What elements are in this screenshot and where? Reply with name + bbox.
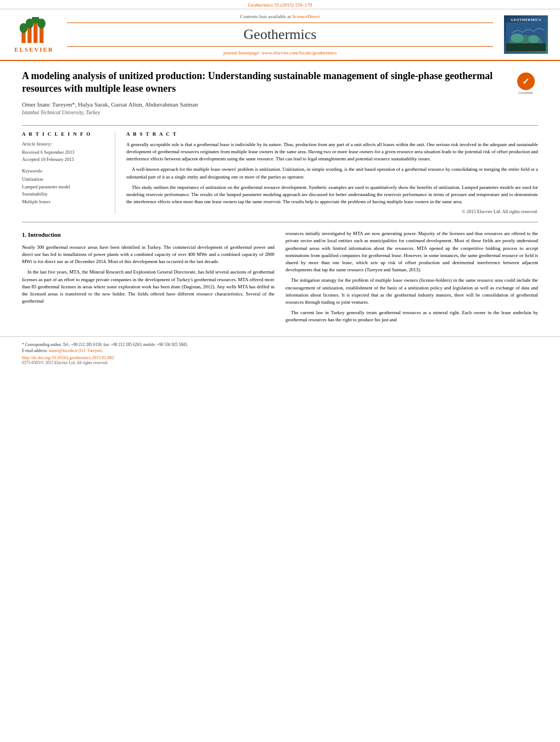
article-title-section: A modeling analysis of unitized producti…: [22, 70, 538, 120]
article-authors: Omer Inanc Tureyen*, Hulya Sarak, Gursat…: [22, 101, 508, 108]
received-date: Received 6 September 2013: [22, 149, 108, 156]
abstract-para-2: A well-known approach for the multiple l…: [126, 166, 538, 180]
copyright-line: © 2015 Elsevier Ltd. All rights reserved…: [126, 209, 538, 214]
crossmark-icon: ✓: [517, 72, 535, 90]
body-right-para-2: The mitigation strategy for the problem …: [285, 277, 538, 306]
keyword-3: Sustainability: [22, 191, 108, 198]
abstract-col: A B S T R A C T A generally acceptable r…: [126, 131, 538, 215]
email-value[interactable]: inanct@itu.edu.tr (O.I. Tureyen).: [49, 348, 103, 353]
section1-title: 1. Introduction: [22, 230, 275, 239]
history-label: Article history:: [22, 141, 108, 147]
journal-header: ELSEVIER Contents lists available at Sci…: [0, 9, 560, 61]
accepted-date: Accepted 10 February 2015: [22, 156, 108, 163]
abstract-para-1: A generally acceptable rule is that a ge…: [126, 141, 538, 163]
sciencedirect-text: Contents lists available at ScienceDirec…: [240, 14, 320, 19]
abstract-text: A generally acceptable rule is that a ge…: [126, 141, 538, 206]
badge-image: [506, 23, 546, 51]
svg-rect-2: [33, 22, 37, 43]
keywords-label: Keywords:: [22, 168, 108, 174]
body-right-para-1: resources initially investigated by MTA …: [285, 230, 538, 274]
section1-number: 1.: [22, 231, 26, 238]
authors-text: Omer Inanc Tureyen*, Hulya Sarak, Gursat…: [22, 101, 198, 108]
contents-label: Contents lists available at: [240, 14, 291, 19]
svg-rect-12: [506, 43, 546, 51]
sciencedirect-link[interactable]: ScienceDirect: [292, 14, 320, 19]
article-info-col: A R T I C L E I N F O Article history: R…: [22, 131, 115, 215]
footnote-author: * Corresponding author. Tel.: +90 212 28…: [22, 342, 538, 347]
abstract-para-3: This study outlines the importance of un…: [126, 184, 538, 206]
keywords-list: Unitization Lumped parameter model Susta…: [22, 176, 108, 205]
body-left-para-1: Nearly 300 geothermal resource areas hav…: [22, 244, 275, 266]
info-abstract-section: A R T I C L E I N F O Article history: R…: [22, 125, 538, 215]
svg-point-7: [37, 18, 46, 28]
journal-homepage: journal homepage: www.elsevier.com/locat…: [223, 50, 337, 55]
journal-citation-bar: Geothermics 55 (2015) 159–170: [0, 0, 560, 9]
email-label: E-mail address:: [22, 348, 48, 353]
issn-line: 0375-6505/© 2015 Elsevier Ltd. All right…: [22, 360, 538, 365]
keyword-1: Unitization: [22, 176, 108, 183]
article-content: A modeling analysis of unitized producti…: [0, 61, 560, 336]
keyword-2: Lumped parameter model: [22, 183, 108, 191]
homepage-url[interactable]: www.elsevier.com/locate/geothermics: [261, 50, 337, 55]
article-title: A modeling analysis of unitized producti…: [22, 70, 508, 96]
body-right-col: resources initially investigated by MTA …: [285, 230, 538, 327]
elsevier-tree-icon: [18, 17, 51, 44]
journal-citation: Geothermics 55 (2015) 159–170: [248, 2, 312, 8]
svg-point-11: [528, 35, 539, 43]
footer: * Corresponding author. Tel.: +90 212 28…: [0, 336, 560, 369]
journal-title: Geothermics: [244, 26, 317, 43]
abstract-label: A B S T R A C T: [126, 131, 538, 137]
doi-line[interactable]: http://dx.doi.org/10.1016/j.geothermics.…: [22, 355, 538, 360]
geothermics-badge-area: GEOTHERMICS: [499, 14, 553, 55]
svg-point-10: [511, 34, 524, 42]
journal-center-header: Contents lists available at ScienceDirec…: [67, 14, 493, 55]
body-left-para-2: In the last five years, MTA, the Mineral…: [22, 269, 275, 305]
badge-title: GEOTHERMICS: [511, 18, 541, 21]
svg-rect-3: [40, 27, 43, 43]
svg-rect-1: [27, 27, 31, 43]
article-institution: Istanbul Technical University, Turkey: [22, 110, 508, 115]
body-columns: 1. Introduction Nearly 300 geothermal re…: [22, 230, 538, 327]
crossmark-area: ✓ CrossMark: [513, 72, 538, 94]
body-right-para-3: The current law in Turkey generally trea…: [285, 309, 538, 323]
article-title-area: A modeling analysis of unitized producti…: [22, 70, 508, 115]
keyword-4: Multiple leases: [22, 198, 108, 206]
homepage-label: journal homepage:: [223, 50, 260, 55]
crossmark-label: CrossMark: [518, 91, 533, 94]
section-divider: [22, 222, 538, 222]
svg-rect-0: [21, 32, 25, 43]
elsevier-label: ELSEVIER: [14, 46, 54, 53]
article-info-label: A R T I C L E I N F O: [22, 131, 108, 137]
geothermics-badge: GEOTHERMICS: [504, 15, 548, 54]
footnote-email: E-mail address: inanct@itu.edu.tr (O.I. …: [22, 348, 538, 353]
section1-heading: Introduction: [28, 231, 61, 238]
body-left-col: 1. Introduction Nearly 300 geothermal re…: [22, 230, 275, 327]
elsevier-logo-area: ELSEVIER: [7, 14, 61, 55]
